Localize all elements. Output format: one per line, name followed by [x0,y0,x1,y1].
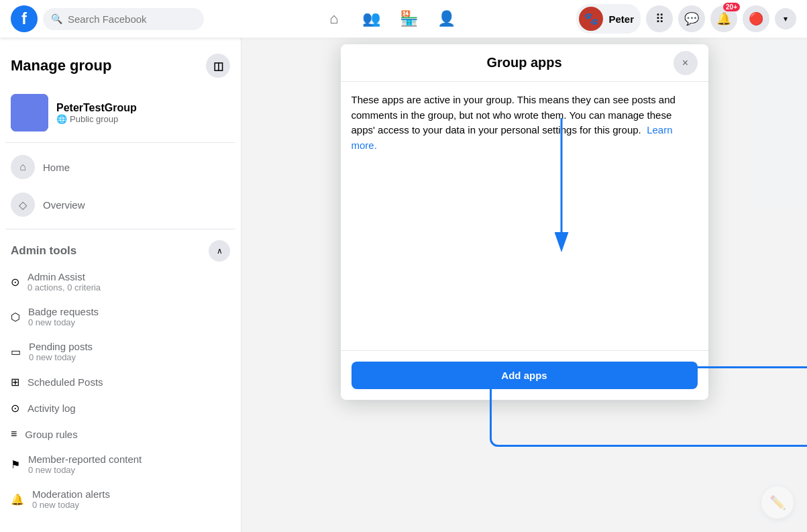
sidebar-title: Manage group ◫ [5,48,235,89]
overview-label: Overview [43,199,85,211]
sidebar-title-text: Manage group [11,57,111,74]
notification-dot-button[interactable]: 🔴 [743,5,769,32]
sidebar-item-overview[interactable]: ◇ Overview [5,186,235,223]
topnav: f 🔍 ⌂ 👥 🏪 👤 🐾 Peter ⠿ 💬 🔔 20+ 🔴 ▾ [0,0,807,38]
facebook-logo[interactable]: f [11,5,38,32]
member-reported-content: Member-reported content 0 new today [28,454,142,475]
overview-icon: ◇ [11,193,35,217]
friends-nav-icon[interactable]: 👥 [356,3,388,35]
pending-posts-label: Pending posts [29,341,93,352]
account-menu-button[interactable]: ▾ [775,8,796,30]
member-reported-desc: 0 new today [28,465,142,475]
divider-2 [5,229,235,229]
main-layout: Manage group ◫ PeterTestGroup 🌐 Public g… [0,38,807,532]
sidebar-item-moderation-alerts[interactable]: 🔔 Moderation alerts 0 new today [5,482,235,517]
notification-badge: 20+ [723,3,740,11]
messenger-button[interactable]: 💬 [678,5,705,32]
user-name: Peter [608,13,634,25]
modal-header: Group apps × [341,44,708,82]
sidebar: Manage group ◫ PeterTestGroup 🌐 Public g… [0,38,241,532]
pending-posts-content: Pending posts 0 new today [29,341,93,362]
activity-log-label: Activity log [28,403,76,414]
modal-close-button[interactable]: × [674,51,698,75]
moderation-alerts-desc: 0 new today [32,500,110,510]
modal-footer: Add apps [341,350,708,400]
group-type: 🌐 Public group [56,114,137,124]
sidebar-item-scheduled-posts[interactable]: ⊞ Scheduled Posts [5,369,235,395]
globe-icon: 🌐 [56,114,67,124]
search-icon: 🔍 [51,13,62,24]
divider-1 [5,142,235,143]
user-profile-button[interactable]: 🐾 Peter [576,4,641,34]
badge-requests-icon: ⬡ [11,311,20,323]
search-input[interactable] [68,13,196,25]
moderation-alerts-content: Moderation alerts 0 new today [32,488,110,510]
admin-assist-label: Admin Assist [28,271,101,282]
badge-requests-desc: 0 new today [28,317,99,327]
admin-assist-desc: 0 actions, 0 criteria [28,282,101,292]
sidebar-item-member-reported[interactable]: ⚑ Member-reported content 0 new today [5,447,235,482]
modal-title: Group apps [486,55,561,70]
activity-log-content: Activity log [28,403,76,414]
group-apps-modal: Group apps × These apps are active in yo… [341,44,708,400]
grid-menu-button[interactable]: ⠿ [646,5,673,32]
admin-tools-header: Admin tools ∧ [5,235,235,264]
activity-log-icon: ⊙ [11,402,19,415]
group-rules-content: Group rules [25,429,77,440]
admin-assist-content: Admin Assist 0 actions, 0 criteria [28,271,101,292]
content-area: Group apps × These apps are active in yo… [241,38,807,532]
notifications-button[interactable]: 🔔 20+ [710,5,737,32]
groups-nav-icon[interactable]: 👤 [431,3,463,35]
marketplace-nav-icon[interactable]: 🏪 [393,3,425,35]
add-apps-button[interactable]: Add apps [352,362,698,389]
group-name: PeterTestGroup [56,102,137,114]
group-details: PeterTestGroup 🌐 Public group [56,102,137,124]
scheduled-posts-label: Scheduled Posts [28,376,103,388]
home-nav-icon[interactable]: ⌂ [318,3,350,35]
sidebar-item-activity-log[interactable]: ⊙ Activity log [5,395,235,421]
admin-assist-icon: ⊙ [11,276,19,288]
sidebar-item-admin-assist[interactable]: ⊙ Admin Assist 0 actions, 0 criteria [5,264,235,299]
scheduled-posts-content: Scheduled Posts [28,376,103,388]
pending-posts-desc: 0 new today [29,352,93,362]
moderation-alerts-label: Moderation alerts [32,488,110,500]
home-label: Home [43,162,70,173]
scheduled-posts-icon: ⊞ [11,376,19,388]
nav-icons: ⌂ 👥 🏪 👤 [204,3,576,35]
modal-body: These apps are active in your group. Thi… [341,82,708,350]
sidebar-item-badge-requests[interactable]: ⬡ Badge requests 0 new today [5,299,235,334]
search-bar[interactable]: 🔍 [43,8,204,30]
pending-posts-icon: ▭ [11,345,21,358]
modal-description: These apps are active in your group. Thi… [352,93,698,153]
avatar: 🐾 [579,7,603,31]
badge-requests-label: Badge requests [28,306,99,317]
admin-tools-toggle[interactable]: ∧ [209,240,230,262]
group-avatar [11,94,48,131]
member-reported-label: Member-reported content [28,454,142,465]
nav-right: 🐾 Peter ⠿ 💬 🔔 20+ 🔴 ▾ [576,4,796,34]
moderation-alerts-icon: 🔔 [11,493,24,506]
sidebar-item-pending-posts[interactable]: ▭ Pending posts 0 new today [5,334,235,369]
modal-overlay: Group apps × These apps are active in yo… [241,38,807,532]
sidebar-item-home[interactable]: ⌂ Home [5,148,235,186]
member-reported-icon: ⚑ [11,458,20,471]
group-rules-label: Group rules [25,429,77,440]
home-icon: ⌂ [11,155,35,179]
admin-tools-title: Admin tools [11,244,76,258]
sidebar-collapse-icon[interactable]: ◫ [206,54,230,78]
group-info[interactable]: PeterTestGroup 🌐 Public group [5,89,235,137]
group-rules-icon: ≡ [11,428,17,440]
badge-requests-content: Badge requests 0 new today [28,306,99,327]
sidebar-item-group-rules[interactable]: ≡ Group rules [5,421,235,447]
